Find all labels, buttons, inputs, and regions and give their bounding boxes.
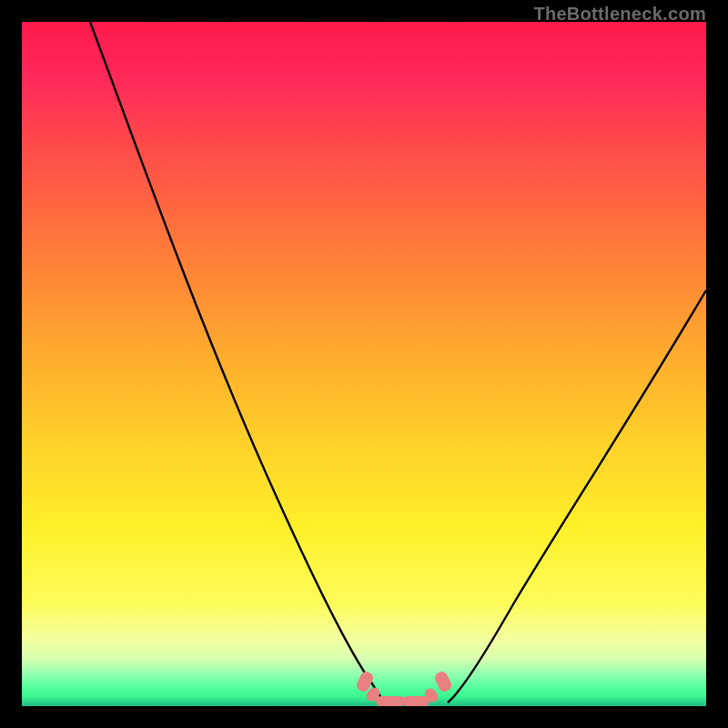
- valley-marker: [376, 696, 405, 706]
- watermark-text: TheBottleneck.com: [533, 4, 706, 25]
- chart-frame: TheBottleneck.com: [0, 0, 728, 728]
- chart-plot-area: [22, 22, 706, 706]
